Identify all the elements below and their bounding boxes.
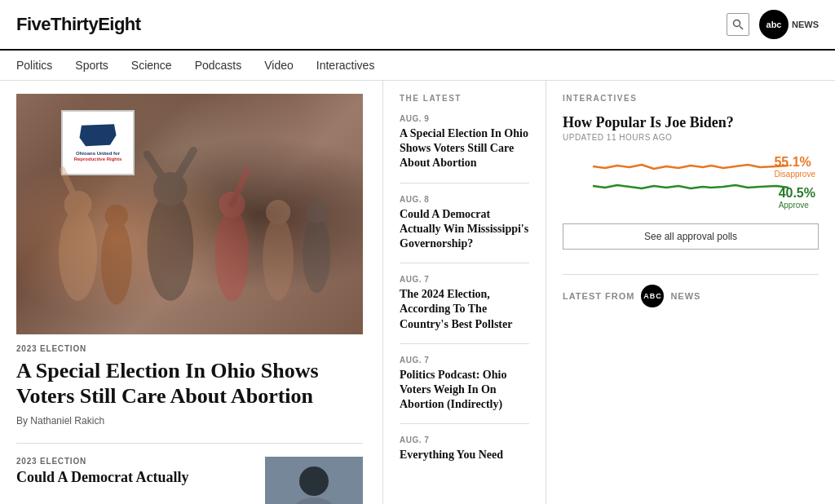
svg-point-0	[734, 20, 740, 27]
svg-rect-21	[265, 457, 363, 504]
approve-pct: 40.5%	[779, 186, 815, 200]
search-icon	[732, 19, 744, 30]
latest-title-3[interactable]: The 2024 Election, According To The Coun…	[400, 287, 529, 332]
svg-point-4	[101, 220, 132, 305]
site-header: FiveThirtyEight abc NEWS	[0, 0, 835, 51]
latest-date-4: AUG. 7	[400, 356, 529, 365]
nav-item-podcasts[interactable]: Podcasts	[195, 59, 242, 72]
abc-circle-small: abc	[641, 285, 664, 307]
abc-circle: abc	[759, 10, 789, 39]
disapprove-pct: 55.1%	[774, 155, 811, 169]
approve-text: Approve	[779, 201, 815, 210]
latest-date-2: AUG. 8	[400, 195, 529, 204]
svg-point-8	[215, 208, 250, 300]
latest-item-2: AUG. 8 Could A Democrat Actually Win Mis…	[400, 195, 529, 264]
right-column: INTERACTIVES How Popular Is Joe Biden? U…	[546, 81, 819, 504]
abc-news-logo[interactable]: abc NEWS	[759, 10, 819, 39]
svg-point-5	[105, 205, 128, 228]
middle-column: THE LATEST AUG. 9 A Special Election In …	[383, 81, 546, 504]
hero-image: Ohioans United for Reproductive Rights	[16, 94, 363, 334]
second-article-text: 2023 ELECTION Could A Democrat Actually	[16, 457, 255, 504]
abc-news-text: NEWS	[670, 291, 700, 301]
hero-article-tag: 2023 ELECTION	[16, 344, 363, 353]
see-all-approval-polls-button[interactable]: See all approval polls	[563, 223, 819, 250]
approval-chart: 55.1% Disapprove 40.5% Approve	[563, 152, 819, 217]
main-content: Ohioans United for Reproductive Rights	[0, 81, 835, 504]
disapprove-text: Disapprove	[774, 170, 815, 179]
latest-title-5[interactable]: Everything You Need	[400, 448, 529, 462]
abc-news-section: LATEST FROM abc NEWS	[563, 274, 819, 307]
header-right: abc NEWS	[727, 10, 819, 39]
svg-point-12	[303, 216, 330, 293]
latest-item-5: AUG. 7 Everything You Need	[400, 435, 529, 474]
second-article-image	[265, 457, 363, 504]
latest-item-4: AUG. 7 Politics Podcast: Ohio Voters Wei…	[400, 356, 529, 425]
svg-point-10	[263, 216, 294, 301]
abc-news-section-label: LATEST FROM abc NEWS	[563, 285, 819, 307]
site-logo[interactable]: FiveThirtyEight	[16, 14, 141, 35]
svg-point-11	[266, 200, 290, 224]
latest-item-3: AUG. 7 The 2024 Election, According To T…	[400, 275, 529, 344]
latest-item-1: AUG. 9 A Special Election In Ohio Shows …	[400, 114, 529, 183]
latest-date-3: AUG. 7	[400, 275, 529, 284]
latest-date-1: AUG. 9	[400, 114, 529, 123]
latest-title-2[interactable]: Could A Democrat Actually Win Mississipp…	[400, 207, 529, 252]
nav-item-science[interactable]: Science	[131, 59, 172, 72]
hero-article-title[interactable]: A Special Election In Ohio Shows Voters …	[16, 358, 363, 409]
main-nav: Politics Sports Science Podcasts Video I…	[0, 51, 835, 81]
disapprove-label: 55.1% Disapprove	[774, 155, 815, 179]
second-article-title[interactable]: Could A Democrat Actually	[16, 469, 255, 487]
latest-title-4[interactable]: Politics Podcast: Ohio Voters Weigh In O…	[400, 368, 529, 413]
nav-item-video[interactable]: Video	[264, 59, 294, 72]
latest-section-label: THE LATEST	[400, 94, 529, 103]
nav-item-interactives[interactable]: Interactives	[316, 59, 375, 72]
svg-point-13	[306, 201, 327, 223]
interactives-section-label: INTERACTIVES	[563, 94, 819, 103]
interactives-section: INTERACTIVES How Popular Is Joe Biden? U…	[563, 94, 819, 250]
left-column: Ohioans United for Reproductive Rights	[16, 81, 383, 504]
second-article-preview: 2023 ELECTION Could A Democrat Actually	[16, 443, 363, 504]
svg-point-6	[148, 193, 194, 301]
svg-line-1	[740, 26, 743, 29]
nav-item-politics[interactable]: Politics	[16, 59, 52, 72]
interactive-updated: UPDATED 11 HOURS AGO	[563, 133, 819, 142]
second-article-tag: 2023 ELECTION	[16, 457, 255, 466]
crowd-decoration	[16, 94, 363, 334]
latest-date-5: AUG. 7	[400, 435, 529, 444]
nav-item-sports[interactable]: Sports	[75, 59, 108, 72]
latest-from-text: LATEST FROM	[563, 291, 634, 301]
search-button[interactable]	[727, 13, 749, 36]
hero-article-author: By Nathaniel Rakich	[16, 415, 363, 427]
latest-title-1[interactable]: A Special Election In Ohio Shows Voters …	[400, 126, 529, 171]
svg-point-2	[59, 208, 97, 300]
second-article-img-svg	[265, 457, 363, 504]
interactive-chart-title[interactable]: How Popular Is Joe Biden?	[563, 114, 819, 131]
abc-news-label: NEWS	[792, 20, 819, 29]
approve-label: 40.5% Approve	[779, 186, 815, 210]
